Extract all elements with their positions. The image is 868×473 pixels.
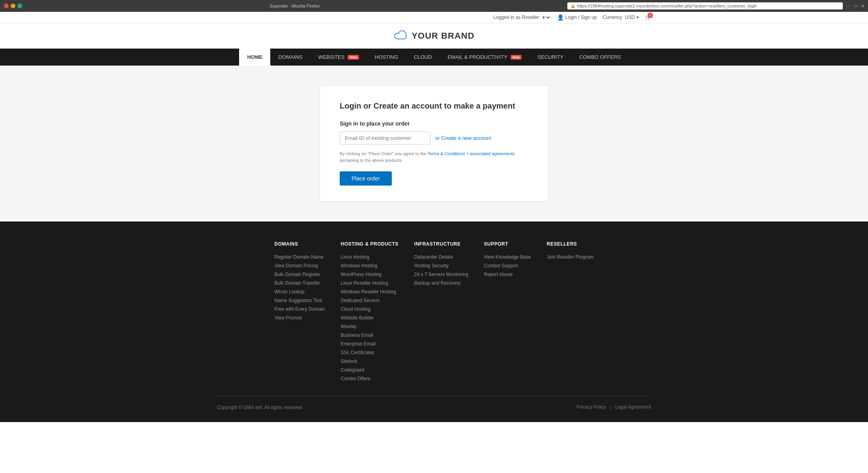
list-item: SSL Certificates xyxy=(341,349,398,355)
login-signup-link[interactable]: 👤 Login / Sign up xyxy=(557,14,597,21)
footer-link[interactable]: Register Domain Name xyxy=(274,254,324,260)
terms-link[interactable]: Terms & Conditions + associated agreemen… xyxy=(427,151,515,156)
place-order-button[interactable]: Place order xyxy=(340,171,392,186)
footer-link[interactable]: View Domain Pricing xyxy=(274,263,318,268)
email-input[interactable] xyxy=(340,131,430,145)
list-item: Backup and Recovery xyxy=(414,280,468,286)
user-icon: 👤 xyxy=(557,14,564,21)
nav-item-cloud[interactable]: CLOUD xyxy=(406,49,440,66)
footer-columns: DOMAINS Register Domain Name View Domain… xyxy=(217,241,651,384)
footer-link[interactable]: Windows Hosting xyxy=(341,263,378,268)
cart-icon[interactable]: 🛒 0 xyxy=(645,15,651,21)
footer-link[interactable]: Join Reseller Program xyxy=(547,254,594,260)
footer-link[interactable]: Whois Lookup xyxy=(274,289,304,295)
websites-new-badge: New xyxy=(348,55,359,60)
minimize-button[interactable] xyxy=(11,4,15,8)
footer-link[interactable]: Linux Hosting xyxy=(341,254,370,260)
list-item: Codeguard xyxy=(341,367,398,373)
footer-link[interactable]: Website Builder xyxy=(341,315,374,321)
footer-link[interactable]: Name Suggestion Tool xyxy=(274,298,322,303)
footer-link[interactable]: Weebly xyxy=(341,324,357,329)
login-card: Login or Create an account to make a pay… xyxy=(320,85,548,202)
footer-link[interactable]: Sitelock xyxy=(341,359,357,364)
footer-list-support: View Knowledge Base Contact Support Repo… xyxy=(484,254,531,277)
reseller-dropdown[interactable]: ▾ xyxy=(541,14,551,21)
list-item: Name Suggestion Tool xyxy=(274,297,325,303)
header: YOUR BRAND xyxy=(0,23,868,49)
browser-actions: ··· ☆ ≡ xyxy=(846,4,864,9)
browser-chrome: Supersite - Mozilla Firefox 🔒 https://19… xyxy=(0,0,868,12)
footer-heading-domains: DOMAINS xyxy=(274,241,325,247)
footer-heading-infrastructure: INFRASTRUCTURE xyxy=(414,241,468,247)
top-right-actions: 👤 Login / Sign up Currency: USD ▾ 🛒 0 xyxy=(557,14,651,21)
footer-link[interactable]: Report Abuse xyxy=(484,272,513,277)
footer-link[interactable]: Combo Offers xyxy=(341,376,370,381)
footer-link[interactable]: Datacenter Details xyxy=(414,254,453,260)
footer-link[interactable]: 24 x 7 Servers Monitoring xyxy=(414,272,468,277)
list-item: Bulk Domain Transfer xyxy=(274,280,325,286)
nav-item-websites[interactable]: WEBSITES New xyxy=(310,49,367,66)
footer-link[interactable]: Codeguard xyxy=(341,367,364,373)
browser-bookmark-button[interactable]: ☆ xyxy=(854,4,858,9)
footer-link[interactable]: Backup and Recovery xyxy=(414,280,460,286)
url-text: https://1984hosting.supersite2.myorderbo… xyxy=(577,4,757,8)
footer-list-infrastructure: Datacenter Details Hosting Security 24 x… xyxy=(414,254,468,286)
footer-link[interactable]: SSL Certificates xyxy=(341,350,375,355)
footer-list-hosting: Linux Hosting Windows Hosting WordPress … xyxy=(341,254,398,381)
footer-link[interactable]: Enterprise Email xyxy=(341,341,376,347)
close-button[interactable] xyxy=(4,4,9,8)
footer-link[interactable]: View Promos xyxy=(274,315,302,321)
footer-link[interactable]: Hosting Security xyxy=(414,263,449,268)
legal-agreement-link[interactable]: Legal Agreement xyxy=(615,404,651,410)
logged-in-label: Logged in as Reseller ▾ xyxy=(494,14,551,21)
list-item: Cloud Hosting xyxy=(341,306,398,312)
nav-item-home[interactable]: HOME xyxy=(239,49,270,66)
url-bar[interactable]: 🔒 https://1984hosting.supersite2.myorder… xyxy=(567,2,843,9)
footer-link[interactable]: Dedicated Servers xyxy=(341,298,380,303)
footer-link[interactable]: View Knowledge Base xyxy=(484,254,531,260)
footer-heading-resellers: RESELLERS xyxy=(547,241,594,247)
logo-area: YOUR BRAND xyxy=(393,30,474,41)
list-item: Hosting Security xyxy=(414,263,468,268)
footer-heading-hosting: HOSTING & PRODUCTS xyxy=(341,241,398,247)
footer-link[interactable]: Free with Every Domain xyxy=(274,306,325,312)
privacy-policy-link[interactable]: Privacy Policy xyxy=(576,404,606,410)
footer-list-domains: Register Domain Name View Domain Pricing… xyxy=(274,254,325,321)
footer-col-resellers: RESELLERS Join Reseller Program xyxy=(547,241,594,384)
nav-item-hosting[interactable]: HOSTING xyxy=(367,49,406,66)
maximize-button[interactable] xyxy=(17,4,22,8)
email-new-badge: New xyxy=(511,55,522,60)
footer-link[interactable]: Contact Support xyxy=(484,263,518,268)
footer-link[interactable]: Business Email xyxy=(341,332,373,338)
footer-link[interactable]: Windows Reseller Hosting xyxy=(341,289,396,295)
nav-item-combo[interactable]: COMBO OFFERS xyxy=(571,49,629,66)
create-account-link[interactable]: or Create a new account xyxy=(435,135,491,141)
list-item: Report Abuse xyxy=(484,271,531,277)
nav-item-domains[interactable]: DOMAINS xyxy=(270,49,310,66)
nav-item-security[interactable]: SECURITY xyxy=(529,49,571,66)
browser-menu-button[interactable]: ··· xyxy=(846,4,849,9)
currency-selector[interactable]: Currency: USD ▾ xyxy=(603,15,639,20)
footer-col-infrastructure: INFRASTRUCTURE Datacenter Details Hostin… xyxy=(414,241,468,384)
footer-link[interactable]: Bulk Domain Transfer xyxy=(274,280,320,286)
nav-item-email[interactable]: EMAIL & PRODUCTIVITY New xyxy=(440,49,530,66)
list-item: Contact Support xyxy=(484,263,531,268)
brand-name: YOUR BRAND xyxy=(412,31,474,41)
email-row: or Create a new account xyxy=(340,131,528,145)
browser-more-button[interactable]: ≡ xyxy=(862,4,864,9)
list-item: Weebly xyxy=(341,323,398,329)
list-item: Combo Offers xyxy=(341,375,398,381)
footer-link[interactable]: Bulk Domain Register xyxy=(274,272,320,277)
footer-link[interactable]: Linux Reseller Hosting xyxy=(341,280,388,286)
list-item: Windows Reseller Hosting xyxy=(341,289,398,295)
footer-link[interactable]: Cloud Hosting xyxy=(341,306,370,312)
footer: DOMAINS Register Domain Name View Domain… xyxy=(0,221,868,422)
cloud-logo-icon xyxy=(393,30,408,41)
traffic-lights xyxy=(4,4,22,8)
list-item: View Knowledge Base xyxy=(484,254,531,260)
list-item: Windows Hosting xyxy=(341,263,398,268)
list-item: Whois Lookup xyxy=(274,289,325,295)
login-card-title: Login or Create an account to make a pay… xyxy=(340,101,528,111)
list-item: Free with Every Domain xyxy=(274,306,325,312)
footer-link[interactable]: WordPress Hosting xyxy=(341,272,382,277)
